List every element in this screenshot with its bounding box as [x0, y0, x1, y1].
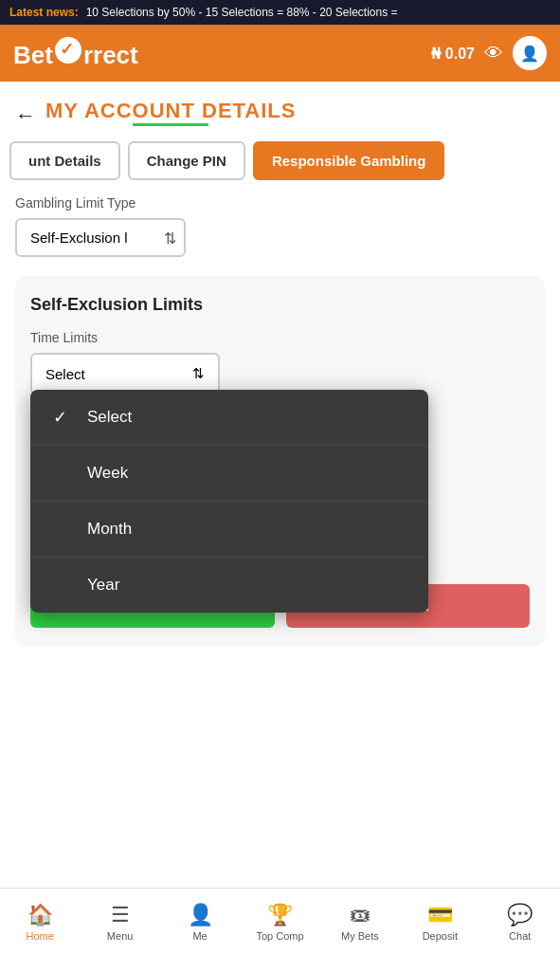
nav-item-chat[interactable]: 💬 Chat: [480, 889, 560, 954]
check-icon-select: ✓: [53, 407, 72, 428]
dropdown-label-select: Select: [87, 408, 132, 427]
nav-label-chat: Chat: [509, 930, 531, 942]
my-bets-icon: 🎟: [350, 903, 370, 927]
nav-item-menu[interactable]: ☰ Menu: [80, 889, 159, 954]
balance-display: ₦ 0.07: [431, 45, 475, 63]
nav-label-top-comp: Top Comp: [256, 930, 303, 942]
news-label: Latest news:: [9, 6, 79, 19]
trigger-arrow-icon: ⇅: [192, 365, 205, 382]
title-underline: [133, 123, 208, 126]
nav-label-my-bets: My Bets: [341, 930, 379, 942]
time-limit-dropdown: ✓ Select ✓ Week ✓ Month ✓ Year: [30, 390, 428, 613]
tab-responsible-gambling[interactable]: Responsible Gambling: [253, 141, 445, 180]
news-ticker: Latest news: 10 Selections by 50% - 15 S…: [0, 0, 560, 25]
bottom-nav: 🏠 Home ☰ Menu 👤 Me 🏆 Top Comp 🎟 My Bets …: [0, 888, 560, 954]
gambling-limit-label: Gambling Limit Type: [15, 195, 545, 211]
time-limit-select-trigger[interactable]: Select ⇅: [30, 353, 220, 394]
nav-item-top-comp[interactable]: 🏆 Top Comp: [240, 889, 319, 954]
time-limits-label: Time Limits: [30, 330, 530, 345]
logo-icon: [55, 37, 81, 64]
dropdown-label-year: Year: [87, 576, 119, 595]
me-icon: 👤: [188, 903, 213, 927]
card-title: Self-Exclusion Limits: [30, 295, 530, 315]
nav-item-deposit[interactable]: 💳 Deposit: [400, 889, 479, 954]
dropdown-item-week[interactable]: ✓ Week: [30, 445, 428, 501]
dropdown-label-week: Week: [87, 464, 128, 483]
self-exclusion-card: Self-Exclusion Limits Time Limits Select…: [15, 276, 545, 647]
deposit-icon: 💳: [427, 903, 453, 927]
gambling-limit-select[interactable]: Self-Exclusion l Deposit Limit Session L…: [15, 218, 186, 257]
tabs-container: unt Details Change PIN Responsible Gambl…: [0, 141, 560, 195]
back-button[interactable]: ←: [15, 103, 36, 128]
logo: Betrrect: [13, 37, 138, 70]
news-text: 10 Selections by 50% - 15 Selections = 8…: [86, 6, 398, 19]
tab-account-details[interactable]: unt Details: [9, 141, 120, 180]
menu-icon: ☰: [111, 903, 130, 927]
dropdown-item-year[interactable]: ✓ Year: [30, 557, 428, 613]
dropdown-item-select[interactable]: ✓ Select: [30, 390, 428, 445]
nav-item-me[interactable]: 👤 Me: [160, 889, 240, 954]
header-right: ₦ 0.07 👁 👤: [431, 36, 547, 70]
tab-change-pin[interactable]: Change PIN: [128, 141, 245, 180]
page-content: ← MY ACCOUNT DETAILS unt Details Change …: [0, 82, 560, 897]
eye-icon[interactable]: 👁: [484, 43, 503, 64]
nav-label-me: Me: [192, 930, 207, 942]
avatar-icon: 👤: [520, 45, 539, 63]
page-header: ← MY ACCOUNT DETAILS: [0, 82, 560, 141]
page-title: MY ACCOUNT DETAILS: [45, 99, 296, 123]
time-limit-selected-value: Select: [45, 366, 85, 382]
dropdown-item-month[interactable]: ✓ Month: [30, 501, 428, 557]
logo-text: Betrrect: [13, 37, 138, 70]
chat-icon: 💬: [507, 903, 533, 927]
nav-label-menu: Menu: [107, 930, 134, 942]
gambling-limit-select-wrapper: Self-Exclusion l Deposit Limit Session L…: [15, 218, 186, 257]
nav-label-home: Home: [27, 930, 54, 942]
avatar-button[interactable]: 👤: [513, 36, 547, 70]
nav-item-my-bets[interactable]: 🎟 My Bets: [320, 889, 400, 954]
main-section: Gambling Limit Type Self-Exclusion l Dep…: [0, 195, 560, 647]
home-icon: 🏠: [27, 903, 53, 927]
top-comp-icon: 🏆: [267, 903, 293, 927]
nav-item-home[interactable]: 🏠 Home: [0, 889, 80, 954]
dropdown-label-month: Month: [87, 520, 132, 539]
nav-label-deposit: Deposit: [423, 930, 458, 942]
app-header: Betrrect ₦ 0.07 👁 👤: [0, 25, 560, 82]
